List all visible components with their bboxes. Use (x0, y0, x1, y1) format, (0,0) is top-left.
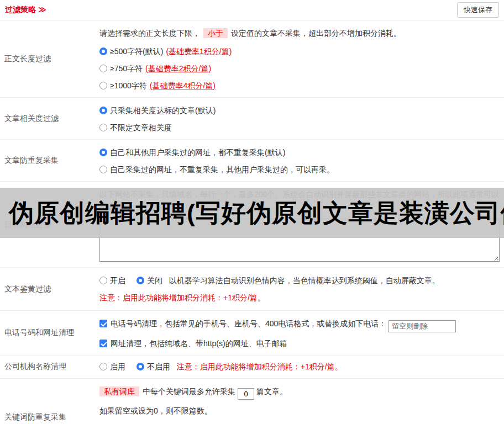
option-label: 网址清理，包括纯域名、带http(s)的网址、电子邮箱 (111, 339, 287, 348)
option-relevance-strict[interactable]: 只采集相关度达标的文章(默认) (99, 104, 500, 116)
replacement-phone-input[interactable] (389, 320, 456, 332)
option-label: 开启 (110, 276, 125, 285)
radio-company-on[interactable] (99, 363, 107, 370)
option-label: ≥500字符(默认) (110, 47, 163, 56)
option-label: 不启用 (147, 362, 170, 371)
option-dedupe-all-users[interactable]: 自己和其他用户采集过的网址，都不重复采集(默认) (99, 146, 500, 158)
option-length-1000[interactable]: ≥1000字符(基础费率4积分/篇) (99, 80, 500, 92)
row-dedupe-collect: 文章防重复采集 自己和其他用户采集过的网址，都不重复采集(默认) 自己采集过的网… (0, 140, 504, 182)
porn-filter-note: 注意：启用此功能将增加积分消耗：+1积分/篇。 (99, 292, 500, 304)
row-keyword-dedupe: 关键词防重复采集 私有词库中每个关键词最多允许采集篇文章。 如果留空或设为0，则… (0, 379, 504, 424)
fee-note: (基础费率1积分/篇) (166, 47, 232, 56)
row-label-dedupe: 文章防重复采集 (0, 140, 99, 181)
option-porn-on[interactable]: 开启 (99, 276, 125, 285)
option-label: ≥1000字符 (110, 81, 147, 90)
company-clean-note: 注意：启用此功能将增加积分消耗：+1积分/篇。 (177, 362, 343, 371)
option-relevance-any[interactable]: 不限定文章相关度 (99, 121, 500, 134)
option-company-off[interactable]: 不启用 (136, 362, 170, 371)
option-length-750[interactable]: ≥750字符(基础费率2积分/篇) (99, 62, 500, 75)
less-than-highlight: 小于 (203, 28, 228, 38)
option-label: 启用 (110, 362, 125, 371)
max-articles-input[interactable] (238, 388, 254, 400)
option-label: 不限定文章相关度 (110, 123, 172, 132)
option-label: 自己和其他用户采集过的网址，都不重复采集(默认) (110, 148, 285, 157)
text-length-desc: 请选择需求的正文长度下限，小于设定值的文章不采集，超出部分不增加积分消耗。 (99, 27, 500, 39)
chevron-expand-icon: ≫ (38, 5, 46, 14)
desc-text: 请选择需求的正文长度下限， (99, 29, 200, 38)
radio-dedupe-self-only[interactable] (99, 166, 107, 173)
option-company-on[interactable]: 启用 (99, 362, 125, 371)
row-company-clean: 公司机构名称清理 启用 不启用 注意：启用此功能将增加积分消耗：+1积分/篇。 (0, 356, 504, 379)
radio-dedupe-all-users[interactable] (99, 149, 107, 156)
row-label-text-length: 正文长度过滤 (0, 20, 99, 97)
drag-ghost-overlay: 伪原创编辑招聘(写好伪原创文章是装潢公司做 (0, 188, 504, 238)
row-label-relevance: 文章相关度过滤 (0, 98, 99, 139)
radio-relevance-any[interactable] (99, 124, 107, 131)
fee-note: (基础费率4积分/篇) (150, 81, 216, 90)
option-label: ≥750字符 (110, 64, 143, 73)
quick-save-button[interactable]: 快速保存 (457, 2, 499, 18)
page-title-text: 过滤策略 (5, 5, 36, 14)
radio-relevance-strict[interactable] (99, 107, 107, 114)
row-label-company-clean: 公司机构名称清理 (0, 356, 99, 378)
row-label-keyword-dedupe: 关键词防重复采集 (0, 379, 99, 424)
option-label: 自己采集过的网址，不重复采集，其他用户采集过的，可以再采。 (110, 165, 334, 174)
row-porn-filter: 文本鉴黄过滤 开启 关闭 以机器学习算法自动识别色情内容，当色情概率达到系统阈值… (0, 268, 504, 311)
option-length-500[interactable]: ≥500字符(默认)(基础费率1积分/篇) (99, 45, 500, 57)
radio-length-1000[interactable] (99, 82, 107, 89)
topbar: 过滤策略 ≫ 快速保存 (0, 0, 504, 20)
keyword-dedupe-line1: 私有词库中每个关键词最多允许采集篇文章。 (99, 385, 500, 400)
fee-note: (基础费率2积分/篇) (145, 64, 211, 73)
row-relevance-filter: 文章相关度过滤 只采集相关度达标的文章(默认) 不限定文章相关度 (0, 98, 504, 140)
checkbox-phone-clean[interactable] (99, 320, 107, 327)
page-title[interactable]: 过滤策略 ≫ (5, 5, 46, 15)
row-label-phone-url: 电话号码和网址清理 (0, 311, 99, 355)
option-url-clean[interactable]: 网址清理，包括纯域名、带http(s)的网址、电子邮箱 (99, 337, 500, 349)
radio-porn-off[interactable] (136, 277, 144, 284)
option-label: 关闭 (147, 276, 162, 285)
option-porn-off[interactable]: 关闭 (136, 276, 162, 285)
row-label-porn-filter: 文本鉴黄过滤 (0, 268, 99, 310)
line-text: 中每个关键词最多允许采集 (143, 387, 235, 396)
row-text-length-filter: 正文长度过滤 请选择需求的正文长度下限，小于设定值的文章不采集，超出部分不增加积… (0, 20, 504, 98)
keyword-dedupe-line3: 如果设为1-4篇，则增加积分消耗：+2积分/篇。 (99, 422, 500, 424)
radio-company-off[interactable] (136, 363, 144, 370)
radio-length-500[interactable] (99, 47, 107, 55)
option-dedupe-self-only[interactable]: 自己采集过的网址，不重复采集，其他用户采集过的，可以再采。 (99, 163, 500, 176)
option-label: 只采集相关度达标的文章(默认) (110, 106, 216, 115)
radio-porn-on[interactable] (99, 277, 107, 284)
checkbox-url-clean[interactable] (99, 340, 107, 347)
option-phone-clean[interactable]: 电话号码清理，包括常见的手机号、座机号、400电话格式，或替换成如下电话： (99, 317, 500, 332)
line-text: 篇文章。 (256, 387, 287, 396)
keyword-dedupe-line2: 如果留空或设为0，则不限篇数。 (99, 405, 500, 417)
radio-length-750[interactable] (99, 65, 107, 72)
private-lexicon-highlight: 私有词库 (99, 386, 139, 396)
porn-filter-desc: 以机器学习算法自动识别色情内容，当色情概率达到系统阈值，自动屏蔽文章。 (169, 276, 440, 285)
desc-text: 设定值的文章不采集，超出部分不增加积分消耗。 (231, 29, 401, 38)
row-phone-url-clean: 电话号码和网址清理 电话号码清理，包括常见的手机号、座机号、400电话格式，或替… (0, 311, 504, 356)
option-label: 电话号码清理，包括常见的手机号、座机号、400电话格式，或替换成如下电话： (111, 319, 386, 328)
